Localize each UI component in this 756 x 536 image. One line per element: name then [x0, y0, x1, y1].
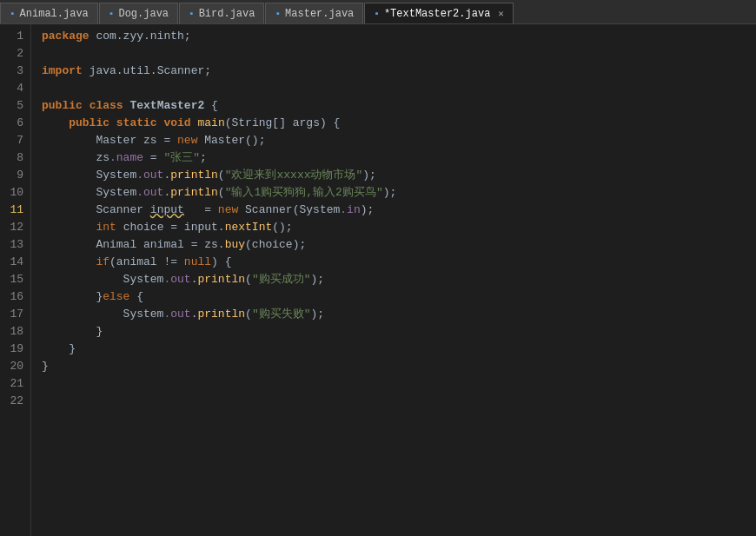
tab-label: Bird.java — [199, 8, 255, 20]
line-num-5: 5 — [7, 97, 23, 115]
code-line-12: int choice = input.nextInt(); — [42, 219, 756, 236]
line-num-10: 10 — [7, 184, 23, 202]
line-num-1: 1 — [7, 28, 23, 45]
line-num-16: 16 — [7, 288, 23, 306]
line-num-3: 3 — [7, 63, 23, 80]
line-num-4: 4 — [7, 80, 23, 97]
code-line-18: } — [42, 323, 756, 341]
code-line-19: } — [42, 341, 756, 358]
line-num-13: 13 — [7, 236, 23, 254]
java-file-icon: ▪ — [10, 9, 16, 19]
tab-label: Master.java — [285, 8, 354, 20]
code-line-14: if(animal != null) { — [42, 254, 756, 271]
line-num-7: 7 — [7, 132, 23, 149]
tab-bar: ▪ Animal.java ▪ Dog.java ▪ Bird.java ▪ M… — [0, 0, 756, 24]
code-line-1: package com.zyy.ninth; — [42, 28, 756, 45]
line-num-20: 20 — [7, 358, 23, 375]
code-line-16: }else { — [42, 288, 756, 306]
line-num-9: 9 — [7, 167, 23, 184]
line-num-12: 12 — [7, 219, 23, 236]
code-line-7: Master zs = new Master(); — [42, 132, 756, 149]
line-num-14: 14 — [7, 254, 23, 271]
editor-area: 1 2 3 4 5 6 7 8 9 10 11 12 13 14 15 16 1… — [0, 24, 756, 536]
java-file-icon: ▪ — [275, 9, 281, 19]
tab-label: *TextMaster2.java — [384, 8, 490, 20]
tab-master[interactable]: ▪ Master.java — [265, 3, 363, 23]
code-editor[interactable]: package com.zyy.ninth; import java.util.… — [31, 24, 756, 536]
java-file-icon: ▪ — [374, 9, 380, 19]
code-line-6: public static void main(String[] args) { — [42, 115, 756, 132]
line-num-15: 15 — [7, 271, 23, 288]
code-line-21 — [42, 375, 756, 393]
code-line-5: public class TextMaster2 { — [42, 97, 756, 115]
line-num-2: 2 — [7, 45, 23, 63]
tab-label: Dog.java — [118, 8, 169, 20]
code-line-3: import java.util.Scanner; — [42, 63, 756, 80]
code-line-13: Animal animal = zs.buy(choice); — [42, 236, 756, 254]
code-line-9: System.out.println("欢迎来到xxxxx动物市场"); — [42, 167, 756, 184]
code-line-8: zs.name = "张三"; — [42, 149, 756, 167]
code-line-20: } — [42, 358, 756, 375]
code-line-4 — [42, 80, 756, 97]
code-line-10: System.out.println("输入1购买狗狗,输入2购买鸟"); — [42, 184, 756, 202]
tab-bird[interactable]: ▪ Bird.java — [179, 3, 264, 23]
line-num-6: 6 — [7, 115, 23, 132]
line-num-19: 19 — [7, 341, 23, 358]
code-line-17: System.out.println("购买失败"); — [42, 306, 756, 323]
tab-dog[interactable]: ▪ Dog.java — [99, 3, 178, 23]
line-num-21: 21 — [7, 375, 23, 393]
tab-label: Animal.java — [20, 8, 89, 20]
tab-close-icon[interactable]: ✕ — [498, 8, 504, 19]
line-num-22: 22 — [7, 393, 23, 410]
code-line-15: System.out.println("购买成功"); — [42, 271, 756, 288]
java-file-icon: ▪ — [189, 9, 195, 19]
line-num-8: 8 — [7, 149, 23, 167]
tab-textmaster2[interactable]: ▪ *TextMaster2.java ✕ — [364, 3, 514, 23]
line-num-11: 11 — [7, 202, 23, 219]
line-numbers: 1 2 3 4 5 6 7 8 9 10 11 12 13 14 15 16 1… — [0, 24, 31, 536]
code-line-22 — [42, 393, 756, 410]
java-file-icon: ▪ — [109, 9, 115, 19]
code-line-11: Scanner input = new Scanner(System.in); — [42, 202, 756, 219]
code-line-2 — [42, 45, 756, 63]
tab-animal[interactable]: ▪ Animal.java — [0, 3, 98, 23]
line-num-18: 18 — [7, 323, 23, 341]
line-num-17: 17 — [7, 306, 23, 323]
